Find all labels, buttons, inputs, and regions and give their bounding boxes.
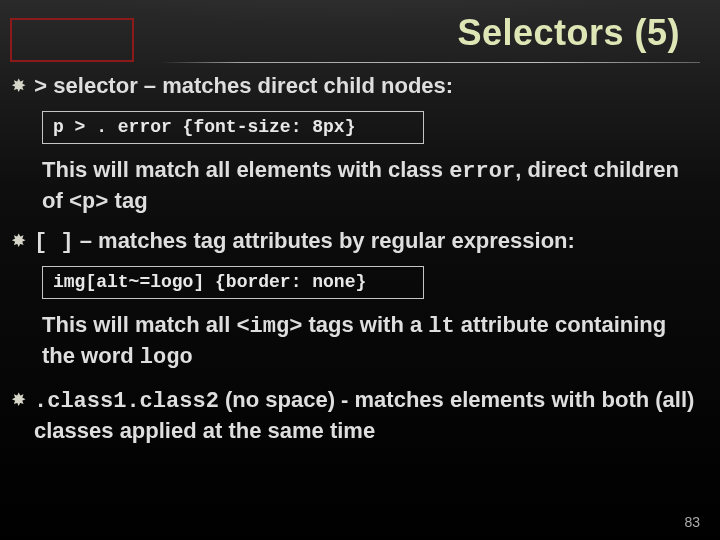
bullet-1: ✸ > selector – matches direct child node… <box>12 72 700 103</box>
bullet-2: ✸ [ ] – matches tag attributes by regula… <box>12 227 700 258</box>
code-example-1: p > . error {font-size: 8px} <box>42 111 424 144</box>
explain-2-a: This will match all <box>42 312 236 337</box>
explain-2-d: lt <box>428 314 454 339</box>
bullet-2-text: [ ] – matches tag attributes by regular … <box>34 227 700 258</box>
slide-body: ✸ > selector – matches direct child node… <box>12 70 700 446</box>
selector-multiclass: .class1.class2 <box>34 389 219 414</box>
explain-2-f: logo <box>140 345 193 370</box>
bullet-1-text: > selector – matches direct child nodes: <box>34 72 700 103</box>
explain-2-b: <img> <box>236 314 302 339</box>
explain-1-e: tag <box>109 188 148 213</box>
explain-2-c: tags with a <box>302 312 428 337</box>
selector-brackets: [ ] <box>34 230 74 255</box>
bullet-3-text: .class1.class2 (no space) - matches elem… <box>34 386 700 445</box>
slide-number: 83 <box>684 514 700 530</box>
explain-2: This will match all <img> tags with a lt… <box>42 311 700 372</box>
star-icon: ✸ <box>12 386 34 414</box>
slide: Selectors (5) ✸ > selector – matches dir… <box>0 0 720 540</box>
slide-title: Selectors (5) <box>457 12 680 54</box>
logo-placeholder-box <box>10 18 134 62</box>
explain-1: This will match all elements with class … <box>42 156 700 217</box>
explain-1-d: <p> <box>69 190 109 215</box>
star-icon: ✸ <box>12 72 34 100</box>
star-icon: ✸ <box>12 227 34 255</box>
code-example-2: img[alt~=logo] {border: none} <box>42 266 424 299</box>
bullet-3: ✸ .class1.class2 (no space) - matches el… <box>12 386 700 445</box>
selector-gt: > <box>34 75 47 100</box>
bullet-1-rest: selector – matches direct child nodes: <box>47 73 453 98</box>
explain-1-a: This will match all elements with class <box>42 157 449 182</box>
title-divider <box>160 62 700 63</box>
bullet-2-rest: – matches tag attributes by regular expr… <box>74 228 575 253</box>
explain-1-b: error <box>449 159 515 184</box>
